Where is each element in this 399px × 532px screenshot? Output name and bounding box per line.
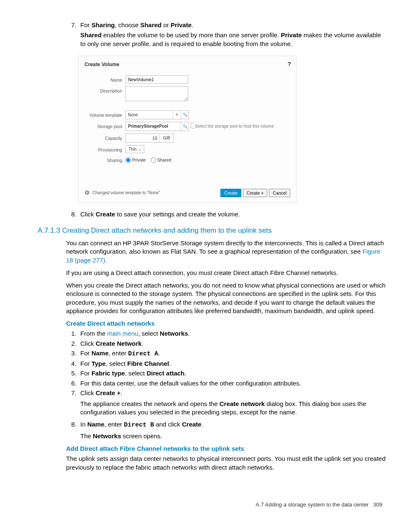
ol1-item1: From the main menu, select Networks. — [78, 329, 386, 338]
label-name: Name — [84, 75, 125, 83]
section-p4: The uplink sets assign data center netwo… — [66, 455, 386, 472]
create-button[interactable]: Create — [220, 189, 241, 197]
section-heading: A.7.1.3 Creating Direct attach networks … — [38, 226, 386, 236]
section-p1: You can connect an HP 3PAR StorServe Sto… — [66, 239, 386, 265]
create-volume-dialog: Create Volume ? Name Description Volume … — [78, 56, 297, 203]
description-input[interactable] — [125, 86, 188, 101]
step7-detail: Shared enables the volume to be used by … — [80, 31, 386, 48]
clear-icon[interactable]: ✕ — [173, 111, 181, 119]
step7-text: For Sharing, choose Shared or Private. — [80, 21, 193, 28]
capacity-input[interactable]: 10 GiB — [125, 134, 174, 143]
step-8: Click Create to save your settings and c… — [78, 210, 386, 218]
storage-pool-select[interactable]: PrimaryStoragePool 🔍 — [125, 122, 189, 131]
sharing-private-radio[interactable]: Private — [125, 157, 146, 163]
label-capacity: Capacity — [84, 134, 125, 141]
ol1-item7: Click Create +. The appliance creates th… — [78, 389, 386, 417]
search-icon[interactable]: 🔍 — [181, 111, 189, 119]
ol1-item2: Click Create Network. — [78, 339, 386, 348]
create-plus-button[interactable]: Create + — [243, 189, 268, 197]
ol1-item4: For Type, select Fibre Channel. — [78, 360, 386, 368]
ol1-item6: For this data center, use the default va… — [78, 379, 386, 388]
ol1-item5: For Fabric type, select Direct attach. — [78, 369, 386, 378]
label-description: Description — [84, 86, 125, 94]
main-menu-link[interactable]: main menu — [107, 330, 138, 337]
help-icon[interactable]: ? — [287, 60, 291, 68]
section-p3: When you create the Direct attach networ… — [66, 281, 386, 315]
gear-icon: ⚙ — [84, 189, 90, 197]
ol1-item3: For Name, enter Direct A. — [78, 349, 386, 358]
chevron-down-icon: ⌄ — [138, 146, 141, 152]
name-input[interactable] — [125, 75, 188, 84]
step-7: For Sharing, choose Shared or Private. S… — [78, 21, 386, 48]
storage-pool-hint: Select the storage pool to host this vol… — [195, 122, 274, 129]
volume-template-select[interactable]: None ✕ 🔍 — [125, 111, 189, 120]
provisioning-select[interactable]: Thin ⌄ — [125, 145, 144, 154]
section-p2: If you are using a Direct attach connect… — [66, 269, 386, 277]
label-storage-pool: Storage pool — [84, 122, 125, 129]
subhead-create-networks: Create Direct attach networks — [66, 319, 386, 328]
subhead-add-uplink: Add Direct attach Fibre Channel networks… — [66, 445, 386, 453]
ol1-item8: In Name, enter Direct B and click Create… — [78, 420, 386, 441]
dialog-title: Create Volume — [79, 56, 296, 75]
search-icon[interactable]: 🔍 — [181, 122, 189, 131]
status-text: Changed volume template to "None" — [92, 190, 160, 196]
label-sharing: Sharing — [84, 156, 125, 163]
label-provisioning: Provisioning — [84, 145, 125, 153]
sharing-shared-radio[interactable]: Shared — [151, 157, 171, 163]
cancel-button[interactable]: Cancel — [269, 189, 290, 197]
label-volume-template: Volume template — [84, 111, 125, 118]
page-footer: A.7 Adding a storage system to the data … — [38, 501, 386, 509]
